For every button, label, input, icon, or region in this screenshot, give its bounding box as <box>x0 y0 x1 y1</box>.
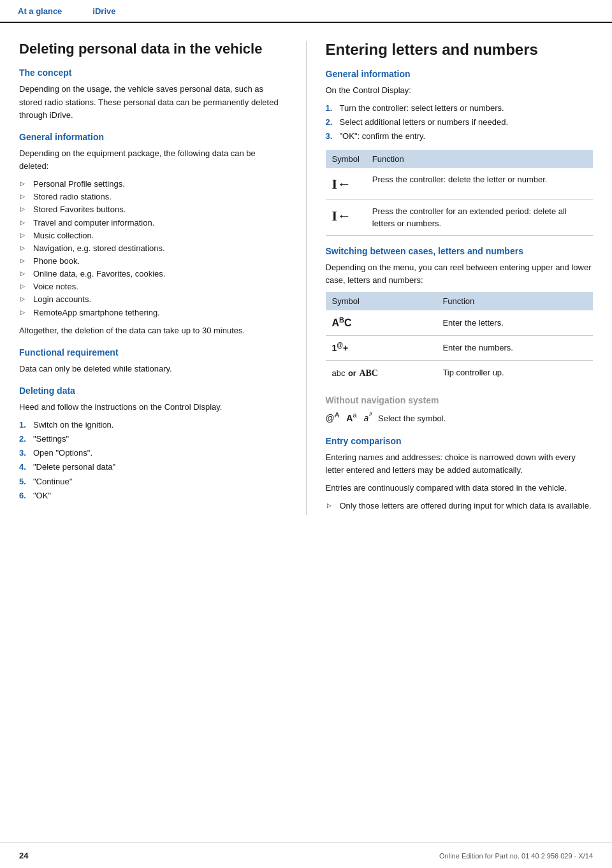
table-row: I← Press the controller: delete the lett… <box>326 168 594 200</box>
table2-row3-symbol: abc or ABC <box>326 361 437 386</box>
table1-row2-symbol: I← <box>326 199 366 235</box>
table2-row1-symbol: ABC <box>326 310 437 336</box>
table-row: ABC Enter the letters. <box>326 310 594 336</box>
switching-heading: Switching between cases, letters and num… <box>326 246 594 256</box>
table2-row1-function: Enter the letters. <box>436 310 593 336</box>
list-item: Login accounts. <box>19 293 287 306</box>
steps-list: 1.Switch on the ignition. 2."Settings" 3… <box>19 419 287 502</box>
general-info-heading-right: General information <box>326 69 594 79</box>
main-content: Deleting personal data in the vehicle Th… <box>0 23 612 553</box>
symbol-table-1: Symbol Function I← Press the controller:… <box>326 150 594 236</box>
list-item: 5."Continue" <box>19 475 287 488</box>
list-item: 4."Delete personal data" <box>19 461 287 474</box>
without-nav-content: @A Aa aᵝ @ᴬ Aᵃ aᵝ Select the symbol. Sel… <box>326 409 594 425</box>
entry-comparison-body1: Entering names and addresses: choice is … <box>326 451 594 477</box>
list-item: Voice notes. <box>19 280 287 293</box>
list-item: Stored Favorites buttons. <box>19 203 287 216</box>
table-row: I← Press the controller for an extended … <box>326 199 594 235</box>
list-item: Navigation, e.g. stored destinations. <box>19 242 287 255</box>
table2-row2-symbol: 1@+ <box>326 336 437 361</box>
left-main-title: Deleting personal data in the vehicle <box>19 41 287 57</box>
list-item: Online data, e.g. Favorites, cookies. <box>19 268 287 280</box>
table1-header-function: Function <box>366 150 593 168</box>
list-item: 1.Switch on the ignition. <box>19 419 287 431</box>
nav-tab-idrive-label: iDrive <box>92 6 115 16</box>
table2-row2-function: Enter the numbers. <box>436 336 593 361</box>
nav-tab-at-a-glance[interactable]: At a glance <box>0 0 80 22</box>
table1-header-symbol: Symbol <box>326 150 366 168</box>
list-item: Music collection. <box>19 229 287 242</box>
entry-comparison-body2: Entries are continuously compared with d… <box>326 482 594 495</box>
table-row: abc or ABC Tip controller up. <box>326 361 594 386</box>
switching-body: Depending on the menu, you can reel betw… <box>326 261 594 287</box>
list-item: Travel and computer information. <box>19 217 287 229</box>
right-main-title: Entering letters and numbers <box>326 41 594 59</box>
functional-req-heading: Functional requirement <box>19 347 287 358</box>
list-item: Phone book. <box>19 255 287 268</box>
general-info-heading-left: General information <box>19 132 287 142</box>
general-info-footer: Altogether, the deletion of the data can… <box>19 324 287 337</box>
right-steps-list: 1.Turn the controller: select letters or… <box>326 102 594 143</box>
table2-header-function: Function <box>436 292 593 310</box>
concept-body: Depending on the usage, the vehicle save… <box>19 83 287 121</box>
symbol-table-2: Symbol Function ABC Enter the letters. 1… <box>326 292 594 385</box>
list-item: Stored radio stations. <box>19 191 287 203</box>
deleting-data-heading: Deleting data <box>19 386 287 396</box>
entry-comparison-bullet: Only those letters are offered during in… <box>326 500 594 512</box>
list-item: 2."Settings" <box>19 433 287 445</box>
left-column: Deleting personal data in the vehicle Th… <box>19 41 287 515</box>
list-item: 6."OK" <box>19 489 287 502</box>
footer: 24 Online Edition for Part no. 01 40 2 9… <box>0 843 612 868</box>
right-column: Entering letters and numbers General inf… <box>326 41 594 515</box>
list-item: 1.Turn the controller: select letters or… <box>326 102 594 115</box>
list-item: RemoteApp smartphone tethering. <box>19 307 287 319</box>
nav-tab-idrive[interactable]: iDrive <box>80 0 128 22</box>
table2-row3-function: Tip controller up. <box>436 361 593 386</box>
table2-header-symbol: Symbol <box>326 292 437 310</box>
general-info-intro: On the Control Display: <box>326 84 594 97</box>
general-info-body: Depending on the equipment package, the … <box>19 147 287 173</box>
nav-tab-at-a-glance-label: At a glance <box>18 6 62 16</box>
top-navigation: At a glance iDrive <box>0 0 612 23</box>
list-item: 3."OK": confirm the entry. <box>326 130 594 143</box>
list-item: 3.Open "Options". <box>19 447 287 459</box>
page-number: 24 <box>19 851 28 860</box>
bullet-list: Personal Profile settings. Stored radio … <box>19 178 287 319</box>
deleting-data-body: Heed and follow the instructions on the … <box>19 401 287 414</box>
table1-row1-function: Press the controller: delete the letter … <box>366 168 593 200</box>
entry-comparison-heading: Entry comparison <box>326 436 594 446</box>
table1-row2-function: Press the controller for an extended per… <box>366 199 593 235</box>
column-divider <box>306 41 307 515</box>
list-item: 2.Select additional letters or numbers i… <box>326 116 594 129</box>
list-item: Personal Profile settings. <box>19 178 287 191</box>
concept-heading: The concept <box>19 68 287 78</box>
functional-req-body: Data can only be deleted while stationar… <box>19 363 287 375</box>
footer-copyright: Online Edition for Part no. 01 40 2 956 … <box>439 852 593 860</box>
table-row: 1@+ Enter the numbers. <box>326 336 594 361</box>
without-nav-heading: Without navigation system <box>326 395 594 405</box>
table1-row1-symbol: I← <box>326 168 366 200</box>
